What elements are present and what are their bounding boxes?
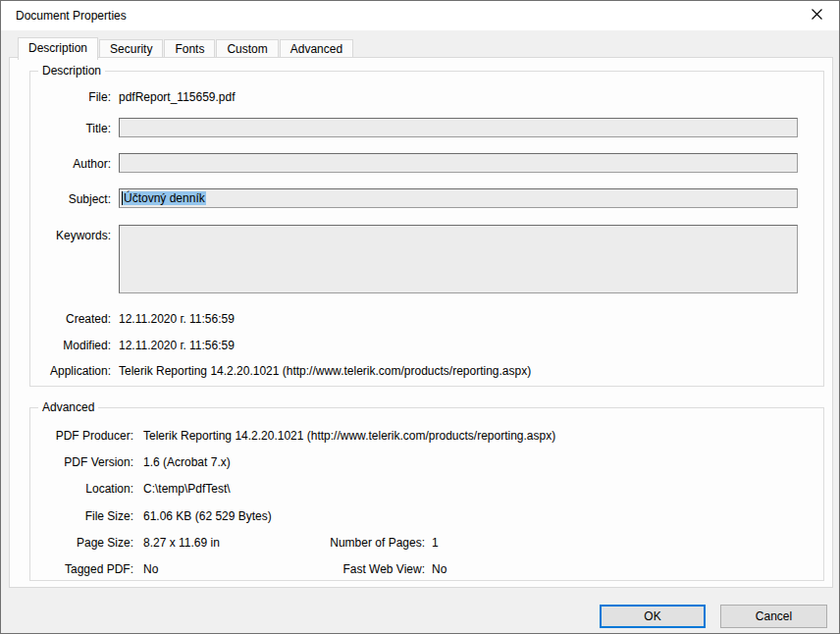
file-size-value: 61.06 KB (62 529 Bytes)	[143, 509, 272, 523]
author-input[interactable]	[119, 153, 798, 173]
subject-input[interactable]: Účtovný denník	[119, 188, 798, 208]
tagged-pdf-label: Tagged PDF:	[30, 562, 133, 576]
subject-selected-text: Účtovný denník	[123, 191, 206, 205]
author-label: Author:	[30, 157, 111, 171]
tagged-pdf-value: No	[143, 562, 158, 576]
created-label: Created:	[30, 312, 111, 326]
subject-label: Subject:	[30, 192, 111, 206]
cancel-button[interactable]: Cancel	[720, 605, 827, 628]
document-properties-dialog: Document Properties Description Security…	[0, 0, 840, 634]
tab-description[interactable]: Description	[18, 37, 98, 60]
title-input[interactable]	[119, 118, 798, 137]
tab-security[interactable]: Security	[99, 39, 163, 58]
tab-label: Security	[110, 42, 152, 56]
application-label: Application:	[30, 364, 111, 378]
tab-label: Advanced	[290, 42, 342, 56]
description-group: Description File: pdfReport_115659.pdf T…	[29, 71, 824, 387]
pdf-version-label: PDF Version:	[30, 455, 133, 469]
tab-label: Description	[28, 41, 87, 55]
tab-fonts[interactable]: Fonts	[164, 39, 215, 58]
page-size-value: 8.27 x 11.69 in	[143, 536, 220, 550]
title-label: Title:	[30, 122, 111, 135]
tab-advanced[interactable]: Advanced	[280, 39, 353, 58]
description-group-legend: Description	[38, 64, 105, 78]
number-of-pages-label: Number of Pages:	[325, 536, 425, 550]
application-value: Telerik Reporting 14.2.20.1021 (http://w…	[119, 364, 531, 378]
location-label: Location:	[30, 482, 133, 496]
file-size-label: File Size:	[30, 509, 133, 523]
window-title: Document Properties	[16, 9, 127, 23]
pdf-producer-value: Telerik Reporting 14.2.20.1021 (http://w…	[143, 429, 555, 443]
keywords-label: Keywords:	[30, 229, 111, 242]
pdf-version-value: 1.6 (Acrobat 7.x)	[143, 455, 231, 469]
keywords-input[interactable]	[119, 225, 798, 293]
close-icon	[812, 9, 822, 23]
advanced-group-legend: Advanced	[38, 400, 98, 414]
description-tab-page: Description File: pdfReport_115659.pdf T…	[9, 57, 833, 588]
file-value: pdfReport_115659.pdf	[119, 90, 236, 104]
tab-label: Custom	[227, 42, 267, 56]
advanced-group: Advanced PDF Producer: Telerik Reporting…	[29, 407, 824, 581]
page-size-label: Page Size:	[30, 536, 133, 550]
fast-web-view-label: Fast Web View:	[325, 562, 425, 576]
modified-value: 12.11.2020 г. 11:56:59	[119, 339, 235, 352]
ok-button[interactable]: OK	[600, 605, 706, 628]
file-label: File:	[30, 90, 111, 104]
tab-strip: Description Security Fonts Custom Advanc…	[18, 36, 354, 58]
tab-label: Fonts	[175, 42, 204, 56]
created-value: 12.11.2020 г. 11:56:59	[119, 312, 235, 326]
titlebar: Document Properties	[1, 1, 839, 30]
pdf-producer-label: PDF Producer:	[30, 429, 133, 443]
fast-web-view-value: No	[432, 562, 446, 576]
location-value: C:\temp\PdfTest\	[143, 482, 231, 496]
close-button[interactable]	[794, 1, 839, 30]
tab-custom[interactable]: Custom	[216, 39, 278, 58]
number-of-pages-value: 1	[432, 536, 439, 550]
modified-label: Modified:	[30, 339, 111, 352]
